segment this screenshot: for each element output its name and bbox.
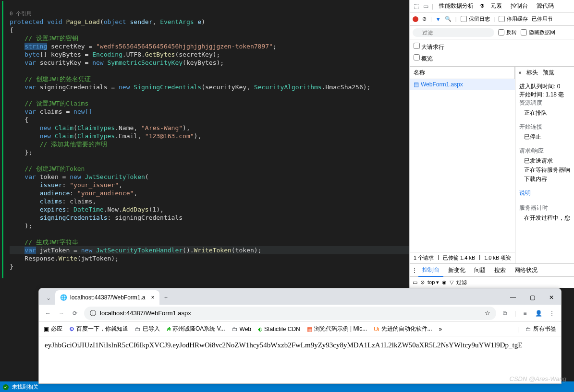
request-row[interactable]: ▤ WebForm1.aspx xyxy=(410,79,515,90)
clear-icon[interactable]: ⊘ xyxy=(422,16,427,22)
console-filter-icon[interactable]: ▽ xyxy=(450,279,453,285)
reload-icon[interactable]: ⟳ xyxy=(71,309,79,318)
inspect-icon[interactable]: ⬚ xyxy=(413,3,419,10)
filter-input[interactable] xyxy=(413,28,494,37)
forward-icon[interactable]: → xyxy=(57,309,66,318)
menu-icon[interactable]: ⋮ xyxy=(548,309,556,318)
info-icon[interactable]: ⓘ xyxy=(90,309,96,318)
filter-icon[interactable]: ▼ xyxy=(436,16,441,22)
request-response-label: 请求/响应 xyxy=(519,147,570,155)
timing-panel: 进入队列时间: 0 开始时间: 1.18 毫 资源调度 正在排队 开始连接 已停… xyxy=(515,79,574,232)
url-input[interactable]: ⓘ localhost:44387/WebForm1.aspx ☆ xyxy=(84,307,496,320)
bm-import[interactable]: 🗀已导入 xyxy=(135,325,160,333)
document-icon: ▤ xyxy=(414,81,419,88)
gutter xyxy=(0,0,7,288)
browser-tab[interactable]: 🌐 localhost:44387/WebForm1.a × xyxy=(55,290,159,305)
console-eye-icon[interactable]: ◉ xyxy=(442,279,447,285)
search-icon[interactable]: 🔍 xyxy=(445,16,452,22)
highlighted-token: var xyxy=(24,247,36,254)
new-tab-icon[interactable]: + xyxy=(159,291,173,305)
references-label: 0 个引用 xyxy=(10,11,32,17)
bm-web[interactable]: 🗀Web xyxy=(232,326,251,333)
bm-suzhou[interactable]: ₳苏州诚隆OA系统 V... xyxy=(167,325,225,333)
device-icon[interactable]: ▭ xyxy=(422,3,429,10)
view-options: 大请求行 概览 xyxy=(410,39,574,67)
disable-cache-checkbox[interactable]: 停用缓存 xyxy=(499,15,528,23)
code-area[interactable]: 0 个引用 protected void Page_Load(object se… xyxy=(0,0,409,279)
bm-more-icon[interactable]: » xyxy=(439,326,442,333)
browser-window: ⌄ 🌐 localhost:44387/WebForm1.a × + — ▢ ✕… xyxy=(38,288,562,384)
status-ok-icon xyxy=(3,384,9,390)
network-status: 1 个请求| 已传输 1.4 kB| 1.0 kB 项资 xyxy=(410,252,515,263)
transferred: 已传输 1.4 kB xyxy=(443,254,475,261)
throttle-select[interactable]: 已停用节 xyxy=(532,15,553,23)
invert-checkbox[interactable]: 反转 xyxy=(498,29,517,36)
extensions-icon[interactable]: ⧉ xyxy=(501,309,510,318)
filter-row: 反转 隐藏数据网 xyxy=(410,26,574,39)
status-text: 未找到相关 xyxy=(12,384,38,390)
bm-static[interactable]: ⬖Staticfile CDN xyxy=(258,326,300,333)
bookmarks-bar: ▣必应 ⚙百度一下，你就知道 🗀已导入 ₳苏州诚隆OA系统 V... 🗀Web … xyxy=(39,322,561,336)
highlighted-token: string xyxy=(24,43,47,50)
bm-all[interactable]: 🗀所有书签 xyxy=(525,325,556,333)
resources: 1.0 kB 项资 xyxy=(484,254,511,261)
console-clear-icon[interactable]: ⊘ xyxy=(420,279,425,285)
close-tab-icon[interactable]: × xyxy=(151,294,155,301)
hide-data-checkbox[interactable]: 隐藏数据网 xyxy=(521,29,555,36)
devtools-top-toolbar: ⬚ ▭ | 性能数据分析⚗ 元素 控制台 源代码 xyxy=(410,0,574,12)
tab-headers[interactable]: 标头 xyxy=(526,69,538,77)
drawer-tab-search[interactable]: 搜索 xyxy=(490,264,510,276)
drawer-tabs: ⋮ 控制台 新变化 问题 搜索 网络状况 xyxy=(410,263,574,277)
tab-elements[interactable]: 元素 xyxy=(488,0,505,12)
tab-preview[interactable]: 预览 xyxy=(543,69,554,77)
detail-tabs: × 标头 预览 xyxy=(515,67,574,79)
bm-bing[interactable]: ▣必应 xyxy=(44,325,62,333)
browser-tab-strip: ⌄ 🌐 localhost:44387/WebForm1.a × + — ▢ ✕ xyxy=(39,288,561,305)
server-timing-label: 服务器计时 xyxy=(519,204,570,212)
bm-ui[interactable]: Ui先进的自动化软件... xyxy=(374,325,432,333)
schedule-label: 资源调度 xyxy=(519,99,570,107)
name-column-header[interactable]: 名称 xyxy=(410,67,515,79)
address-bar: ← → ⟳ ⓘ localhost:44387/WebForm1.aspx ☆ … xyxy=(39,305,561,322)
drawer-menu-icon[interactable]: ⋮ xyxy=(412,267,417,273)
drawer-tab-whatsnew[interactable]: 新变化 xyxy=(444,264,469,276)
tab-sources[interactable]: 源代码 xyxy=(534,0,557,12)
drawer-tab-issues[interactable]: 问题 xyxy=(470,264,489,276)
drawer-tab-console[interactable]: 控制台 xyxy=(418,264,443,277)
requests-list: 名称 ▤ WebForm1.aspx 1 个请求| 已传输 1.4 kB| 1.… xyxy=(410,67,515,263)
perf-icon: ⚗ xyxy=(479,3,485,10)
record-icon[interactable] xyxy=(413,16,418,22)
big-requests-checkbox[interactable]: 大请求行 xyxy=(414,41,570,53)
drawer-tab-network[interactable]: 网络状况 xyxy=(511,264,541,276)
url-text: localhost:44387/WebForm1.aspx xyxy=(100,309,191,317)
console-context[interactable]: top ▾ xyxy=(427,279,439,285)
console-drawer: ▭ ⊘ top ▾ ◉ ▽ 过滤 xyxy=(410,277,574,288)
requests-count: 1 个请求 xyxy=(414,254,434,261)
tab-title: localhost:44387/WebForm1.a xyxy=(70,294,146,301)
back-icon[interactable]: ← xyxy=(44,309,52,318)
network-toolbar: ⊘ | ▼ 🔍 | 保留日志 | 停用缓存 已停用节 xyxy=(410,12,574,26)
code-editor: 0 个引用 protected void Page_Load(object se… xyxy=(0,0,409,288)
page-content: eyJhbGciOiJIUzI1NiIsInR5cCI6IkpXVCJ9.eyJ… xyxy=(39,336,561,354)
preserve-log-checkbox[interactable]: 保留日志 xyxy=(461,15,490,23)
close-icon[interactable]: × xyxy=(518,70,522,76)
maximize-icon[interactable]: ▢ xyxy=(523,290,542,305)
bm-baidu[interactable]: ⚙百度一下，你就知道 xyxy=(69,325,128,333)
reading-list-icon[interactable]: ≡ xyxy=(521,309,529,318)
close-window-icon[interactable]: ✕ xyxy=(542,290,561,305)
request-name: WebForm1.aspx xyxy=(421,81,463,88)
profile-icon[interactable]: 👤 xyxy=(534,309,543,318)
watermark: CSDN @Ares-Wang xyxy=(510,375,566,382)
bm-browse[interactable]: ▦浏览代码示例 | Mic... xyxy=(307,325,367,333)
tab-dropdown-icon[interactable]: ⌄ xyxy=(42,291,55,305)
tab-performance[interactable]: 性能数据分析 xyxy=(436,0,476,12)
globe-icon: 🌐 xyxy=(60,294,67,301)
console-sidebar-icon[interactable]: ▭ xyxy=(413,279,417,285)
minimize-icon[interactable]: — xyxy=(503,290,523,305)
console-filter-text[interactable]: 过滤 xyxy=(456,279,467,286)
star-icon[interactable]: ☆ xyxy=(485,309,490,317)
overview-checkbox[interactable]: 概览 xyxy=(414,53,570,64)
connection-label: 开始连接 xyxy=(519,123,570,131)
explanation-link[interactable]: 说明 xyxy=(519,189,570,197)
tab-console[interactable]: 控制台 xyxy=(508,0,531,12)
